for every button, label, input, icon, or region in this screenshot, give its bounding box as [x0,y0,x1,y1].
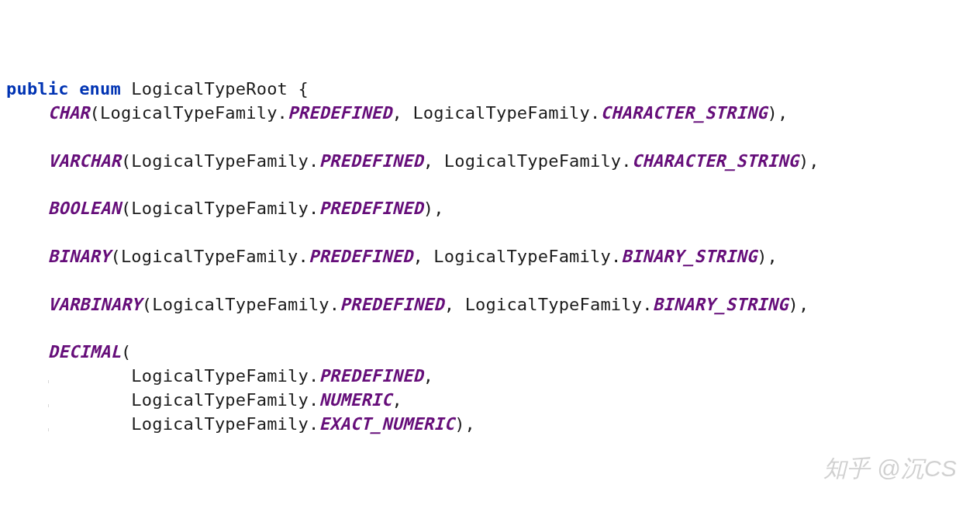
dot: . [278,103,288,123]
paren-open: ( [110,247,120,266]
watermark-text: 知乎 @沉CS [823,452,957,485]
comma: , [423,151,433,171]
paren-open: ( [121,151,131,171]
dot: . [590,103,600,123]
class-name: LogicalTypeRoot [131,79,288,99]
dot: . [642,295,652,314]
type-ref: LogicalTypeFamily [121,247,298,266]
type-ref: LogicalTypeFamily [412,103,590,123]
keyword-public: public [6,79,69,99]
close-paren-comma: ), [423,199,444,218]
code-block: public enum LogicalTypeRoot { CHAR(Logic… [6,78,974,436]
dot: . [309,151,319,171]
enum-constant-varbinary: VARBINARY [48,295,142,314]
comma: , [444,295,454,314]
keyword-enum: enum [79,79,121,99]
comma: , [392,103,402,123]
type-ref: LogicalTypeFamily [131,366,309,386]
close-paren-comma: ), [768,103,788,123]
dot: . [611,247,621,266]
field-numeric: NUMERIC [319,390,392,410]
paren-open: ( [90,103,100,123]
type-ref: LogicalTypeFamily [131,199,309,218]
comma: , [412,247,423,266]
dot: . [309,414,319,434]
type-ref: LogicalTypeFamily [131,151,309,171]
enum-constant-char: CHAR [48,103,90,123]
enum-constant-decimal: DECIMAL [48,342,121,362]
comma: , [423,366,433,386]
enum-constant-binary: BINARY [48,247,111,266]
type-ref: LogicalTypeFamily [131,390,309,410]
dot: . [309,390,319,410]
paren-open: ( [142,295,152,314]
close-paren-comma: ), [757,247,778,266]
field-predefined: PREDEFINED [340,295,443,314]
paren-open: ( [121,199,131,218]
field-predefined: PREDEFINED [288,103,392,123]
dot: . [298,247,308,266]
open-brace: { [298,79,309,99]
type-ref: LogicalTypeFamily [465,295,643,314]
field-predefined: PREDEFINED [309,247,412,266]
comma: , [392,390,402,410]
field-exact-numeric: EXACT_NUMERIC [319,414,454,434]
close-paren-comma: ), [788,295,809,314]
field-predefined: PREDEFINED [319,151,423,171]
dot: . [621,151,631,171]
field-predefined: PREDEFINED [319,366,423,386]
type-ref: LogicalTypeFamily [131,414,309,434]
dot: . [309,366,319,386]
enum-constant-varchar: VARCHAR [48,151,121,171]
field-character-string: CHARACTER_STRING [600,103,767,123]
type-ref: LogicalTypeFamily [152,295,330,314]
field-binary-string: BINARY_STRING [621,247,757,266]
close-paren-comma: ), [799,151,820,171]
field-binary-string: BINARY_STRING [653,295,788,314]
field-predefined: PREDEFINED [319,199,423,218]
field-character-string: CHARACTER_STRING [632,151,799,171]
close-paren-comma: ), [454,414,475,434]
type-ref: LogicalTypeFamily [444,151,622,171]
paren-open: ( [121,342,131,362]
dot: . [330,295,340,314]
type-ref: LogicalTypeFamily [433,247,611,266]
type-ref: LogicalTypeFamily [100,103,278,123]
dot: . [309,199,319,218]
enum-constant-boolean: BOOLEAN [48,199,121,218]
